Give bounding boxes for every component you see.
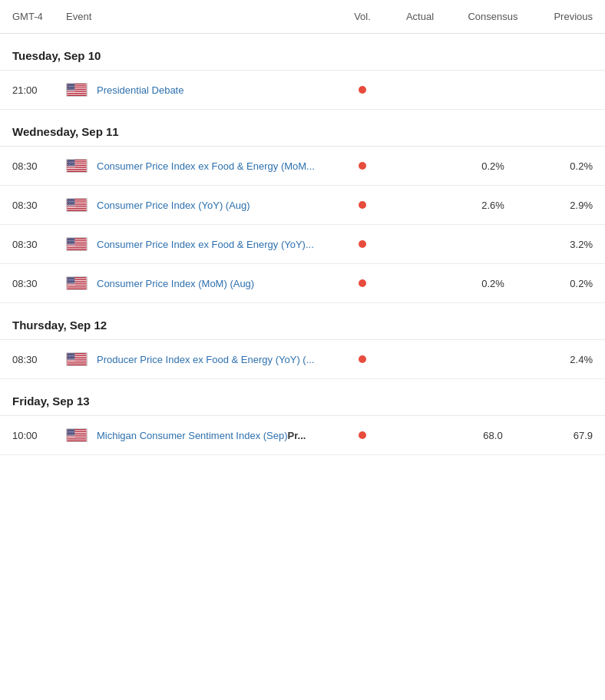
svg-point-351	[74, 355, 74, 356]
svg-point-406	[71, 431, 71, 431]
svg-point-15	[69, 84, 70, 84]
svg-point-116	[70, 166, 71, 167]
svg-point-354	[71, 356, 71, 357]
svg-point-43	[74, 88, 74, 89]
svg-point-112	[73, 165, 74, 166]
event-time: 08:30	[12, 160, 66, 172]
svg-point-181	[71, 205, 72, 206]
svg-point-163	[72, 202, 73, 203]
calendar-content: Tuesday, Sep 1021:00 Presidential Debate…	[0, 34, 605, 455]
svg-point-188	[73, 206, 74, 207]
svg-point-365	[69, 358, 70, 359]
country-flag	[66, 352, 88, 366]
svg-point-348	[70, 355, 71, 356]
svg-point-61	[74, 91, 75, 92]
event-time: 10:00	[12, 430, 66, 441]
country-flag	[66, 237, 88, 251]
svg-point-302	[71, 282, 71, 283]
event-name[interactable]: Consumer Price Index (YoY) (Aug)	[97, 200, 339, 211]
svg-point-288	[68, 280, 69, 281]
svg-point-271	[69, 277, 70, 278]
svg-point-144	[70, 199, 71, 200]
svg-point-418	[71, 432, 71, 433]
svg-point-317	[74, 285, 75, 286]
svg-point-433	[74, 434, 75, 435]
event-previous: 0.2%	[531, 160, 593, 172]
svg-point-272	[70, 277, 71, 278]
svg-point-338	[72, 353, 73, 354]
svg-point-319	[69, 286, 70, 286]
svg-point-214	[71, 239, 71, 240]
svg-rect-140	[68, 210, 87, 211]
svg-point-279	[72, 279, 73, 279]
high-volatility-dot	[359, 162, 366, 170]
svg-point-430	[71, 434, 71, 435]
svg-point-425	[71, 434, 72, 434]
svg-point-345	[74, 355, 75, 355]
svg-rect-201	[68, 246, 87, 247]
svg-point-158	[72, 201, 73, 202]
svg-point-152	[73, 200, 74, 201]
svg-point-180	[70, 205, 71, 206]
high-volatility-dot	[359, 201, 366, 209]
event-name[interactable]: Michigan Consumer Sentiment Index (Sep)P…	[97, 430, 339, 441]
svg-point-282	[68, 279, 68, 280]
svg-point-151	[72, 200, 73, 201]
svg-point-226	[71, 241, 71, 242]
svg-point-21	[69, 85, 70, 86]
svg-point-303	[72, 282, 73, 283]
svg-point-236	[68, 243, 69, 244]
svg-point-57	[69, 91, 70, 92]
event-name-suffix: Pr...	[288, 430, 306, 441]
svg-point-111	[72, 165, 73, 166]
svg-point-185	[69, 206, 70, 207]
svg-rect-71	[68, 167, 87, 167]
svg-point-36	[73, 87, 74, 88]
svg-point-18	[72, 84, 73, 84]
svg-rect-268	[68, 289, 87, 289]
svg-point-227	[72, 241, 73, 242]
svg-rect-263	[68, 284, 87, 285]
svg-point-284	[70, 279, 71, 280]
svg-point-99	[72, 163, 73, 163]
svg-point-356	[73, 356, 74, 357]
svg-point-337	[71, 353, 72, 354]
svg-point-378	[71, 361, 71, 362]
svg-point-357	[74, 356, 75, 357]
event-name[interactable]: Consumer Price Index (MoM) (Aug)	[97, 278, 339, 289]
svg-point-166	[68, 203, 68, 204]
svg-point-293	[74, 280, 75, 281]
svg-point-95	[74, 162, 74, 163]
svg-point-154	[68, 201, 68, 202]
svg-point-220	[70, 240, 71, 241]
svg-point-409	[74, 431, 75, 431]
svg-point-275	[74, 277, 74, 278]
event-time: 08:30	[12, 239, 66, 250]
svg-point-376	[68, 361, 69, 362]
svg-rect-393	[68, 438, 87, 438]
event-name[interactable]: Producer Price Index ex Food & Energy (Y…	[97, 354, 339, 365]
event-previous: 2.4%	[531, 354, 593, 365]
svg-point-164	[73, 202, 74, 203]
svg-point-107	[74, 164, 74, 165]
svg-point-344	[73, 355, 74, 355]
svg-point-309	[71, 283, 72, 284]
svg-point-350	[72, 355, 73, 356]
date-section: Thursday, Sep 12	[0, 303, 605, 340]
event-name[interactable]: Consumer Price Index ex Food & Energy (M…	[97, 160, 339, 172]
svg-point-221	[71, 240, 72, 241]
svg-point-407	[72, 431, 73, 431]
svg-point-336	[70, 353, 71, 354]
svg-point-102	[68, 164, 68, 165]
event-name[interactable]: Consumer Price Index ex Food & Energy (Y…	[97, 239, 339, 250]
svg-point-277	[69, 279, 70, 279]
svg-point-374	[72, 359, 73, 360]
country-flag	[66, 428, 88, 442]
svg-point-97	[69, 163, 70, 163]
svg-point-274	[72, 277, 73, 278]
event-previous: 2.9%	[531, 200, 593, 211]
svg-point-142	[68, 199, 68, 200]
svg-point-51	[69, 90, 70, 91]
event-name[interactable]: Presidential Debate	[97, 84, 339, 96]
svg-point-17	[71, 84, 72, 84]
